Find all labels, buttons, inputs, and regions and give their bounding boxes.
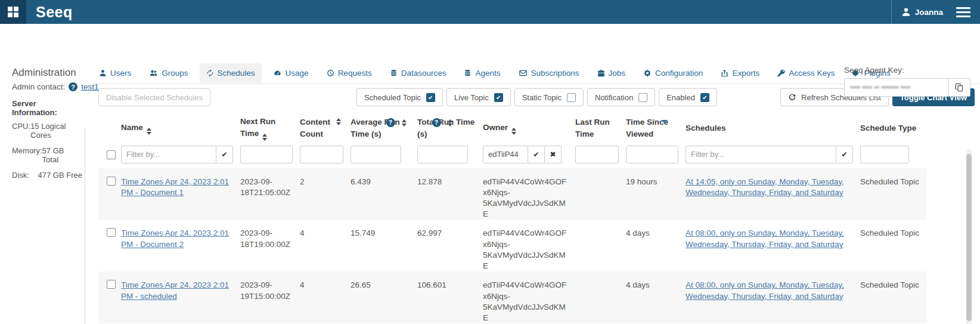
schedule-link[interactable]: At 08:00, only on Sunday, Monday, Tuesda… [686,280,844,300]
row-checkbox[interactable] [107,280,116,289]
seeq-logo[interactable]: Seeq [36,4,73,21]
copy-icon [955,83,964,92]
filter-notification[interactable]: Notification [587,88,655,106]
header-time-since-viewed[interactable]: Time Since Viewed [626,110,686,143]
tab-agents[interactable]: Agents [457,63,507,83]
tab-jobs[interactable]: Jobs [591,63,632,83]
header-owner[interactable]: Owner [483,110,575,143]
cell-owner: edTiiP44V4CoWr4GOFx6Njqs-5KaVMydVdcJJvSd… [483,220,575,271]
schedules-filter-input[interactable] [686,146,836,163]
scrollbar-thumb[interactable] [966,154,972,321]
schedule-link[interactable]: At 14:05, only on Sunday, Monday, Tuesda… [686,177,844,197]
header-average-run-time[interactable]: Average Run Time (s)? [351,110,417,143]
tab-configuration[interactable]: Configuration [637,63,709,83]
admin-contact-link[interactable]: test1 [81,82,98,91]
help-icon[interactable]: ? [386,118,395,127]
envelope-icon [519,69,528,77]
filter-scheduled-topic[interactable]: Scheduled Topic [356,88,443,106]
database-icon [464,69,472,77]
agent-key-field[interactable]: •••• •••• •• ••••••• •••• [844,78,949,97]
apply-filter-button[interactable]: ✔ [836,146,853,163]
time-since-viewed-filter-input[interactable] [626,146,678,163]
cpu-value: 15 Logical Cores [30,122,82,140]
static-topic-checkbox[interactable] [567,93,576,102]
sort-icon[interactable] [402,119,407,126]
tab-groups[interactable]: Groups [142,63,194,83]
header-name[interactable]: Name [121,110,240,143]
sort-icon[interactable] [511,128,516,135]
user-menu[interactable]: Joanna [891,0,956,24]
header-next-run-time[interactable]: Next Run Time [240,110,300,143]
help-icon[interactable]: ? [432,118,441,127]
next-run-time-filter-input[interactable] [240,146,293,163]
apply-filter-button[interactable]: ✔ [528,146,545,163]
sort-desc-icon[interactable] [662,120,668,124]
topic-link[interactable]: Time Zones Apr 24, 2023 2:01 PM - Docume… [121,229,229,248]
cell-next-run-time: 2023-09-18T21:05:00Z [240,168,300,220]
header-total-run-time[interactable]: Total Run Time (s)? [417,110,483,143]
schedule-type-filter-input[interactable] [860,146,909,163]
tab-access-keys[interactable]: Access Keys [771,63,841,83]
topic-link[interactable]: Time Zones Apr 24, 2023 2:01 PM - Docume… [121,177,229,197]
help-icon[interactable]: ? [69,82,77,91]
grid-icon [8,7,18,17]
cell-schedules: At 08:00, only on Sunday, Monday, Tuesda… [686,271,860,323]
sort-icon[interactable] [336,118,341,125]
name-filter-input[interactable] [121,146,216,163]
sidebar-divider [85,128,85,324]
row-checkbox[interactable] [107,228,116,237]
last-run-time-filter-input[interactable] [575,146,619,163]
live-topic-checkbox[interactable] [494,93,503,102]
total-run-time-filter-input[interactable] [417,146,468,163]
cell-content-count: 4 [300,220,351,271]
tab-usage[interactable]: Usage [266,63,315,83]
gear-icon [643,69,652,77]
tab-subscriptions[interactable]: Subscriptions [512,63,586,83]
copy-agent-key-button[interactable] [949,78,970,97]
sort-icon[interactable] [262,134,267,141]
users-icon [149,69,158,77]
row-checkbox[interactable] [107,177,116,186]
select-all-checkbox[interactable] [107,150,116,159]
topic-link[interactable]: Time Zones Apr 24, 2023 2:01 PM - schedu… [121,280,229,300]
cell-schedules: At 14:05, only on Sunday, Monday, Tuesda… [686,168,860,220]
history-icon [327,69,334,77]
cell-content-count: 2 [300,168,351,220]
cell-owner: edTiiP44V4CoWr4GOFx6Njqs-5KaVMydVdcJJvSd… [483,168,575,220]
notification-checkbox[interactable] [638,93,647,102]
tab-datasources[interactable]: Datasources [383,63,453,83]
enabled-checkbox[interactable] [700,93,709,102]
tab-schedules[interactable]: Schedules [200,63,262,83]
average-run-time-filter-input[interactable] [351,146,401,163]
owner-filter-input[interactable] [483,146,528,163]
schedule-link[interactable]: At 08:00, only on Sunday, Monday, Tuesda… [686,229,844,248]
filter-enabled[interactable]: Enabled [659,88,717,106]
vertical-scrollbar[interactable] [966,149,972,324]
app-grid-button[interactable] [0,0,26,24]
clear-filter-button[interactable]: ✖ [545,146,562,163]
filter-live-topic[interactable]: Live Topic [446,88,511,106]
sort-icon[interactable] [147,128,151,135]
disable-selected-schedules-button[interactable]: Disable Selected Schedules [98,88,210,106]
cell-name: Time Zones Apr 24, 2023 2:01 PM - schedu… [121,271,240,323]
cell-next-run-time: 2023-09-18T19:00:00Z [240,220,300,271]
header-schedule-type: Schedule Type [860,110,927,143]
sort-icon[interactable] [448,119,452,126]
menu-button[interactable] [956,7,970,17]
scheduled-topic-checkbox[interactable] [426,93,435,102]
table-row: Time Zones Apr 24, 2023 2:01 PM - schedu… [98,271,927,323]
tab-exports[interactable]: Exports [714,63,766,83]
memory-value: 57 GB Total [42,146,82,164]
filter-static-topic[interactable]: Static Topic [514,88,584,106]
tab-requests[interactable]: Requests [320,63,379,83]
tab-users[interactable]: Users [92,63,138,83]
apply-filter-button[interactable]: ✔ [216,146,233,163]
cell-time-since-viewed: 19 hours [626,168,686,220]
header-content-count[interactable]: Content Count [300,110,351,143]
gauge-icon [273,69,282,77]
user-name: Joanna [915,8,943,17]
content-count-filter-input[interactable] [300,146,343,163]
cell-schedules: At 08:00, only on Sunday, Monday, Tuesda… [686,220,860,271]
user-icon [901,7,911,17]
header-row: Name Next Run Time Content Count Average… [98,110,927,143]
